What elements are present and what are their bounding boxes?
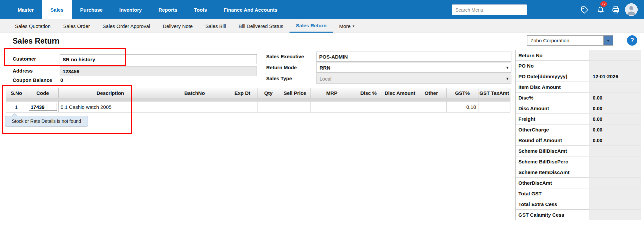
menu-finance-and-accounts[interactable]: Finance And Accounts	[215, 0, 286, 19]
sales-type-select[interactable]: Local ▼	[316, 74, 511, 84]
summary-label: Item Disc Amount	[515, 82, 589, 93]
summary-value	[589, 61, 641, 71]
return-mode-label: Return Mode	[266, 65, 297, 70]
summary-value	[589, 146, 641, 156]
cell-disc-amount[interactable]	[384, 101, 416, 113]
tab-more-label: More	[339, 23, 350, 29]
tag-icon[interactable]	[580, 5, 590, 15]
sales-executive-label: Sales Executive	[266, 54, 304, 59]
tab-sales-return[interactable]: Sales Return	[290, 19, 333, 33]
cell-disc-percent[interactable]	[353, 101, 384, 113]
summary-panel: Return No PO No PO Date[ddmmyyyy] 12-01-…	[515, 50, 641, 220]
summary-value	[589, 178, 641, 188]
cell-gst-taxamt[interactable]	[478, 101, 510, 113]
summary-row: OtherCharge 0.00	[515, 124, 641, 135]
summary-row: GST Calamity Cess	[515, 210, 641, 220]
column-header-sno: S.No	[6, 88, 27, 98]
menu-tools[interactable]: Tools	[186, 0, 215, 19]
cell-mrp[interactable]	[311, 101, 353, 113]
tab-bill-delivered-status[interactable]: Bill Delivered Status	[232, 19, 290, 33]
cell-sell-price[interactable]	[279, 101, 311, 113]
summary-label: Return No	[515, 50, 589, 61]
chevron-down-icon: ▼	[504, 77, 511, 81]
cell-description[interactable]: 0.1 Cashio watch 2005	[59, 101, 162, 113]
sales-executive-input[interactable]	[316, 52, 511, 62]
summary-row: PO Date[ddmmyyyy] 12-01-2026	[515, 71, 641, 82]
tab-sales-order[interactable]: Sales Order	[57, 19, 96, 33]
summary-row: Round off Amount 0.00	[515, 135, 641, 146]
cell-expdt[interactable]	[227, 101, 258, 113]
cell-gst-percent[interactable]: 0.10	[447, 101, 478, 113]
top-menu-bar: Master Sales Purchase Inventory Reports …	[0, 0, 644, 19]
address-input[interactable]	[60, 66, 257, 76]
summary-row: Disc Amount 0.00	[515, 103, 641, 114]
summary-label: Scheme ItemDiscAmt	[515, 167, 589, 178]
tab-delivery-note[interactable]: Delivery Note	[156, 19, 199, 33]
summary-row: Item Disc Amount	[515, 82, 641, 93]
summary-label: Scheme BillDiscPerc	[515, 156, 589, 167]
cell-other[interactable]	[416, 101, 447, 113]
tab-sales-quotation[interactable]: Sales Quotation	[9, 19, 57, 33]
summary-label: OtherCharge	[515, 124, 589, 135]
summary-row: Total Extra Cess	[515, 199, 641, 210]
summary-value	[589, 210, 641, 220]
tab-sales-order-approval[interactable]: Sales Order Approval	[96, 19, 157, 33]
user-avatar[interactable]	[625, 3, 638, 16]
summary-row: PO No	[515, 61, 641, 71]
summary-row: OtherDiscAmt	[515, 178, 641, 188]
summary-value: 12-01-2026	[589, 71, 641, 82]
company-select[interactable]: Zoho Corporation ▼	[527, 35, 613, 46]
grid-separator	[6, 98, 510, 101]
column-header-disc-percent: Disc %	[353, 88, 384, 98]
printer-icon[interactable]	[611, 5, 621, 15]
cell-batchno[interactable]	[162, 101, 227, 113]
page-title: Sales Return	[13, 37, 60, 46]
summary-row: Scheme BillDiscPerc	[515, 156, 641, 167]
column-header-other: Other	[416, 88, 447, 98]
column-header-mrp: MRP	[311, 88, 353, 98]
sales-type-value: Local	[317, 76, 504, 82]
summary-value: 0.00	[589, 103, 641, 114]
customer-input[interactable]	[60, 54, 257, 64]
search-menu-input[interactable]	[452, 4, 527, 15]
column-header-code: Code	[27, 88, 59, 98]
tab-sales-bill[interactable]: Sales Bill	[199, 19, 232, 33]
summary-label: GST Calamity Cess	[515, 210, 589, 220]
cell-qty[interactable]	[258, 101, 279, 113]
summary-value: 0.00	[589, 124, 641, 135]
menu-sales[interactable]: Sales	[42, 0, 72, 19]
help-button[interactable]: ?	[627, 35, 637, 46]
tab-more[interactable]: More ▾	[333, 19, 361, 33]
column-header-gst-percent: GST%	[447, 88, 478, 98]
company-select-value: Zoho Corporation	[527, 36, 603, 45]
summary-label: Freight	[515, 114, 589, 124]
column-header-batchno: BatchNo	[162, 88, 227, 98]
menu-inventory[interactable]: Inventory	[111, 0, 150, 19]
item-code-input[interactable]	[29, 103, 57, 111]
summary-value	[589, 82, 641, 93]
coupon-balance-label: Coupon Balance	[13, 77, 52, 83]
sales-submenu: Sales Quotation Sales Order Sales Order …	[0, 19, 644, 33]
return-mode-value: RRN	[317, 65, 504, 71]
sales-type-label: Sales Type	[266, 76, 292, 81]
company-dropdown-button[interactable]: ▼	[603, 36, 613, 45]
column-header-gst-taxamt: GST TaxAmt	[478, 88, 510, 98]
summary-label: Disc%	[515, 93, 589, 103]
cell-sno: 1	[6, 101, 27, 113]
notification-count-badge: 12	[600, 1, 607, 7]
chevron-down-icon: ▾	[352, 24, 354, 28]
menu-master[interactable]: Master	[9, 0, 42, 19]
summary-value	[589, 188, 641, 199]
summary-label: Round off Amount	[515, 135, 589, 146]
column-header-expdt: Exp Dt	[227, 88, 258, 98]
summary-value	[589, 50, 641, 61]
chevron-down-icon: ▼	[504, 66, 511, 70]
summary-label: Scheme BillDiscAmt	[515, 146, 589, 156]
app-window: Master Sales Purchase Inventory Reports …	[0, 0, 644, 227]
menu-purchase[interactable]: Purchase	[72, 0, 111, 19]
summary-label: Disc Amount	[515, 103, 589, 114]
address-label: Address	[13, 68, 33, 74]
return-mode-select[interactable]: RRN ▼	[316, 63, 511, 73]
menu-reports[interactable]: Reports	[150, 0, 186, 19]
column-header-disc-amount: Disc Amount	[384, 88, 416, 98]
